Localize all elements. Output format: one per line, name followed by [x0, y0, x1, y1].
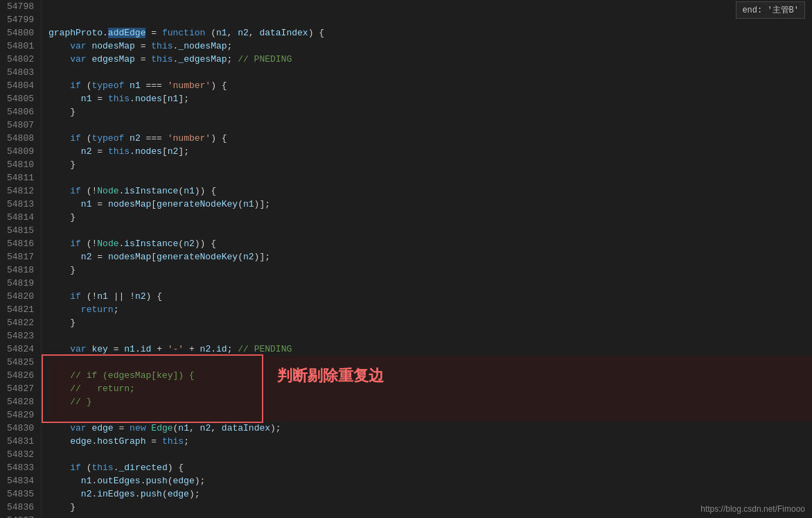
- code-line: var edgesMap = this._edgesMap; // PNEDIN…: [48, 53, 812, 66]
- line-number: 54822: [7, 316, 34, 329]
- code-line: }: [48, 105, 812, 119]
- code-line: [48, 356, 812, 369]
- line-number: 54801: [7, 40, 34, 53]
- code-line: var edge = new Edge(n1, n2, dataIndex);: [48, 422, 812, 435]
- line-number: 54807: [7, 119, 34, 132]
- line-number: 54825: [7, 356, 34, 369]
- code-lines: 判断剔除重复边 graphProto.addEdge = function (n…: [42, 0, 812, 518]
- code-area: 5479854799548005480154802548035480454805…: [0, 0, 812, 518]
- line-number: 54823: [7, 329, 34, 343]
- code-line: [48, 119, 812, 132]
- code-line: [48, 408, 812, 422]
- line-number: 54817: [7, 250, 34, 264]
- line-number: 54802: [7, 53, 34, 66]
- line-numbers: 5479854799548005480154802548035480454805…: [0, 0, 42, 518]
- line-number: 54808: [7, 132, 34, 145]
- code-line: n1.outEdges.push(edge);: [48, 474, 812, 487]
- code-line: if (!n1 || !n2) {: [48, 290, 812, 303]
- code-line: }: [48, 264, 812, 277]
- line-number: 54830: [7, 422, 34, 435]
- code-line: if (typeof n2 === 'number') {: [48, 132, 812, 145]
- code-line: if (typeof n1 === 'number') {: [48, 79, 812, 92]
- line-number: 54831: [7, 435, 34, 448]
- line-number: 54833: [7, 461, 34, 474]
- watermark-text: https://blog.csdn.net/Fimooo: [700, 504, 805, 514]
- code-line: if (!Node.isInstance(n2)) {: [48, 237, 812, 250]
- line-number: 54828: [7, 395, 34, 408]
- code-line: // if (edgesMap[key]) {: [48, 369, 812, 382]
- line-number: 54834: [7, 474, 34, 487]
- line-number: 54809: [7, 145, 34, 158]
- code-line: var nodesMap = this._nodesMap;: [48, 40, 812, 53]
- line-number: 54811: [7, 171, 34, 184]
- code-line: n2.inEdges.push(edge);: [48, 487, 812, 501]
- line-number: 54829: [7, 408, 34, 422]
- line-number: 54813: [7, 198, 34, 211]
- code-line: // return;: [48, 382, 812, 395]
- code-line: }: [48, 211, 812, 224]
- code-line: [48, 13, 812, 26]
- code-line: n2 = this.nodes[n2];: [48, 145, 812, 158]
- line-number: 54816: [7, 237, 34, 250]
- code-line: }: [48, 316, 812, 329]
- code-line: [48, 448, 812, 461]
- code-line: // }: [48, 395, 812, 408]
- line-number: 54819: [7, 277, 34, 290]
- line-number: 54827: [7, 382, 34, 395]
- watermark: https://blog.csdn.net/Fimooo: [700, 504, 805, 514]
- line-number: 54818: [7, 264, 34, 277]
- tooltip-text: end: '主管B': [742, 6, 799, 15]
- code-line: [48, 171, 812, 184]
- line-number: 54798: [7, 0, 34, 13]
- line-number: 54821: [7, 303, 34, 316]
- code-line: [48, 277, 812, 290]
- code-line: n1 = this.nodes[n1];: [48, 92, 812, 105]
- code-line: var key = n1.id + '-' + n2.id; // PENDIN…: [48, 343, 812, 356]
- line-number: 54805: [7, 92, 34, 105]
- code-line: [48, 0, 812, 13]
- line-number: 54837: [7, 514, 34, 518]
- tooltip-box: end: '主管B': [736, 1, 805, 19]
- code-line: if (this._directed) {: [48, 461, 812, 474]
- code-line: graphProto.addEdge = function (n1, n2, d…: [48, 26, 812, 40]
- line-number: 54820: [7, 290, 34, 303]
- line-number: 54810: [7, 158, 34, 171]
- code-line: return;: [48, 303, 812, 316]
- code-line: n2 = nodesMap[generateNodeKey(n2)];: [48, 250, 812, 264]
- code-line: [48, 514, 812, 518]
- code-line: [48, 329, 812, 343]
- line-number: 54799: [7, 13, 34, 26]
- line-number: 54835: [7, 487, 34, 501]
- code-line: edge.hostGraph = this;: [48, 435, 812, 448]
- annotation-text: 判断剔除重复边: [277, 369, 384, 382]
- code-line: [48, 224, 812, 237]
- line-number: 54800: [7, 26, 34, 40]
- line-number: 54824: [7, 343, 34, 356]
- line-number: 54826: [7, 369, 34, 382]
- line-number: 54804: [7, 79, 34, 92]
- code-line: n1 = nodesMap[generateNodeKey(n1)];: [48, 198, 812, 211]
- code-line: }: [48, 158, 812, 171]
- code-line: if (!Node.isInstance(n1)) {: [48, 184, 812, 198]
- line-number: 54803: [7, 66, 34, 79]
- line-number: 54812: [7, 184, 34, 198]
- editor-container: end: '主管B' 54798547995480054801548025480…: [0, 0, 812, 518]
- code-line: }: [48, 501, 812, 514]
- line-number: 54814: [7, 211, 34, 224]
- line-number: 54815: [7, 224, 34, 237]
- line-number: 54806: [7, 105, 34, 119]
- code-line: [48, 66, 812, 79]
- line-number: 54832: [7, 448, 34, 461]
- line-number: 54836: [7, 501, 34, 514]
